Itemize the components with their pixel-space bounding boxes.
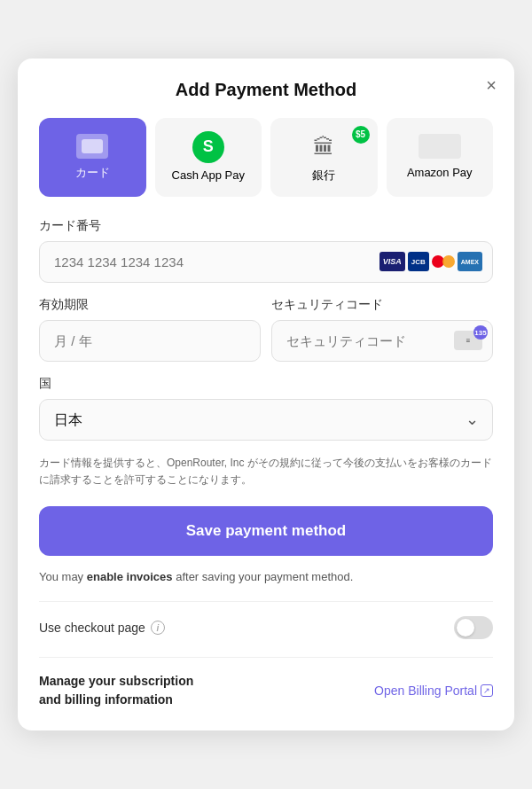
expiry-group: 有効期限 [39,297,261,362]
close-button[interactable]: × [482,73,500,98]
amazon-pay-icon [419,134,461,159]
card-logos: VISA JCB AMEX [379,252,482,271]
cash-app-icon: S [192,131,224,163]
billing-label: Manage your subscriptionand billing info… [39,672,193,709]
security-label: セキュリティコード [271,297,493,313]
card-number-label: カード番号 [39,218,493,234]
billing-row: Manage your subscriptionand billing info… [39,672,493,709]
tab-bank[interactable]: $5 🏛 銀行 [270,118,378,197]
tab-amazon-pay-label: Amazon Pay [407,166,473,181]
tab-amazon-pay[interactable]: Amazon Pay [387,118,494,197]
country-select-wrapper: 日本 アメリカ イギリス ⌄ [39,399,493,441]
tab-cash-app-label: Cash App Pay [172,168,245,184]
invoice-note-prefix: You may [39,570,87,583]
expiry-label: 有効期限 [39,297,261,313]
tab-bank-label: 銀行 [312,168,335,184]
cvv-icon: ≡ 135 [454,331,482,350]
invoice-note-suffix: after saving your payment method. [173,570,354,583]
amex-logo: AMEX [458,252,482,271]
expiry-security-row: 有効期限 セキュリティコード ≡ 135 [39,297,493,362]
security-group: セキュリティコード ≡ 135 [271,297,493,362]
external-link-icon: ↗ [481,684,493,697]
checkout-label-group: Use checkout page i [39,621,165,635]
disclaimer-text: カード情報を提供すると、OpenRouter, Inc がその規約に従って今後の… [39,455,493,488]
tab-card[interactable]: カード [39,118,146,197]
country-label: 国 [39,376,493,392]
card-icon [76,134,108,159]
checkout-label-text: Use checkout page [39,621,145,635]
invoice-note-link[interactable]: enable invoices [87,570,173,583]
tab-cash-app[interactable]: S Cash App Pay [155,118,262,197]
payment-tabs: カード S Cash App Pay $5 🏛 銀行 Amazon Pay [39,118,493,197]
billing-link-text: Open Billing Portal [374,684,477,698]
card-number-wrapper: VISA JCB AMEX [39,241,493,283]
save-payment-button[interactable]: Save payment method [39,506,493,556]
expiry-input[interactable] [39,320,261,362]
invoice-note: You may enable invoices after saving you… [39,570,493,583]
checkout-toggle[interactable] [454,616,493,639]
bank-icon: 🏛 [308,131,340,163]
visa-logo: VISA [379,252,405,271]
add-payment-modal: × Add Payment Method カード S Cash App Pay … [18,59,514,730]
jcb-logo: JCB [408,252,429,271]
bank-badge: $5 [352,126,370,144]
open-billing-portal-link[interactable]: Open Billing Portal ↗ [374,684,493,698]
divider [39,601,493,602]
modal-title: Add Payment Method [39,80,493,100]
mastercard-logo [432,254,455,270]
info-icon[interactable]: i [151,621,165,635]
cvv-lines: ≡ [466,337,471,345]
security-wrapper: ≡ 135 [271,320,493,362]
tab-card-label: カード [75,166,110,181]
divider-2 [39,657,493,658]
checkout-row: Use checkout page i [39,616,493,639]
cvv-badge: 135 [473,325,488,340]
country-select[interactable]: 日本 アメリカ イギリス [39,399,493,441]
